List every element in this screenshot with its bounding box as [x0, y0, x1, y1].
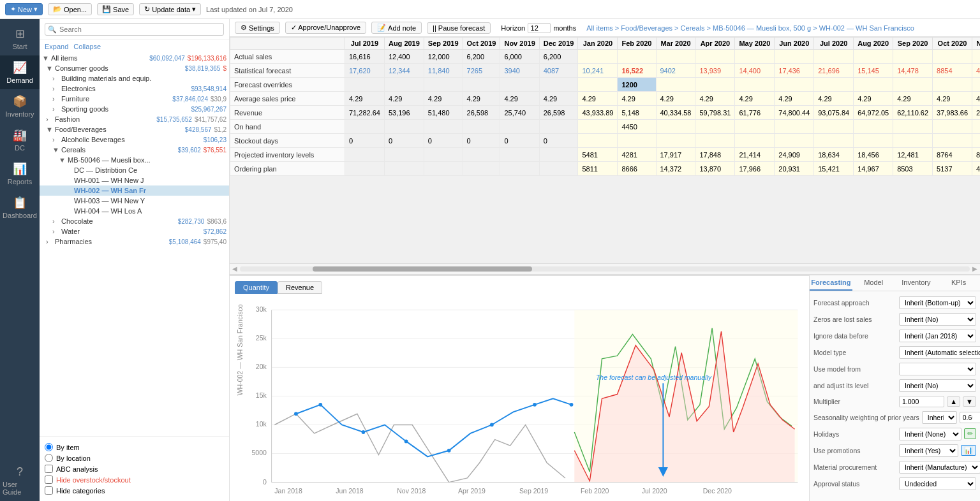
cell[interactable]: 4.29	[695, 92, 735, 106]
cell[interactable]	[656, 50, 695, 64]
cell[interactable]: 13,939	[695, 64, 735, 78]
cell[interactable]: 64,972.05	[854, 106, 893, 120]
approve-button[interactable]: ✓ Approve/Unapprove	[285, 22, 366, 34]
cell[interactable]: 4.29	[384, 92, 424, 106]
cell[interactable]: 18,456	[854, 148, 893, 162]
promotions-view-btn[interactable]: 📊	[961, 445, 976, 456]
cell[interactable]: 4.29	[893, 92, 933, 106]
cell[interactable]: 7265	[463, 64, 500, 78]
cell[interactable]	[618, 50, 656, 64]
input-seasonality-val[interactable]	[960, 412, 980, 423]
cell[interactable]: 17,620	[345, 64, 385, 78]
tree-item-pharmacies[interactable]: › Pharmacies $5,108,464 $975,40	[40, 236, 229, 247]
cell[interactable]	[384, 78, 424, 92]
cell[interactable]: 14,967	[854, 162, 893, 176]
cell[interactable]: 5137	[933, 162, 972, 176]
cell[interactable]: 5481	[578, 148, 618, 162]
cell[interactable]: 9402	[656, 64, 695, 78]
multiplier-up-btn[interactable]: ▲	[947, 396, 960, 407]
cell[interactable]: 4.29	[933, 92, 972, 106]
nav-dc[interactable]: 🏭 DC	[0, 123, 40, 157]
cell[interactable]	[735, 78, 775, 92]
cell[interactable]	[424, 78, 463, 92]
add-note-button[interactable]: 📝 Add note	[371, 22, 422, 34]
cell[interactable]: 4.29	[656, 92, 695, 106]
cell[interactable]: 71,282.64	[345, 106, 385, 120]
cell[interactable]: 26,598	[463, 106, 500, 120]
cell[interactable]: 0	[345, 134, 385, 148]
cell[interactable]: 4450	[618, 120, 656, 134]
cell[interactable]: 26,598	[539, 106, 578, 120]
cell[interactable]: 17,966	[735, 162, 775, 176]
cell[interactable]: 12,481	[893, 148, 933, 162]
tree-item-water[interactable]: › Water $72,862	[40, 226, 229, 236]
cell[interactable]	[735, 120, 775, 134]
cell[interactable]	[384, 120, 424, 134]
select-approval-status[interactable]: Undecided	[899, 477, 976, 490]
cell[interactable]: 6,000	[500, 50, 539, 64]
cell[interactable]	[814, 50, 854, 64]
cell[interactable]	[539, 78, 578, 92]
cell[interactable]: 4.29	[539, 92, 578, 106]
cell-override-feb20[interactable]: 1200	[618, 78, 656, 92]
tree-item-cereals[interactable]: ▼ Cereals $39,602 $76,551	[40, 145, 229, 155]
cell[interactable]: 15,421	[814, 162, 854, 176]
tree-item-dc-distrib[interactable]: DC — Distribtion Ce	[40, 165, 229, 175]
cell[interactable]	[500, 148, 539, 162]
cell[interactable]: 4.29	[578, 92, 618, 106]
tree-item-alc-bev[interactable]: › Alcoholic Beverages $106,23	[40, 134, 229, 145]
nav-inventory[interactable]: 📦 Inventory	[0, 89, 40, 123]
open-button[interactable]: 📂 Open...	[48, 3, 92, 15]
cell[interactable]	[539, 162, 578, 176]
pause-forecast-button[interactable]: || Pause forecast	[427, 22, 491, 34]
holidays-edit-btn[interactable]: ✏	[964, 428, 976, 439]
cell[interactable]	[578, 78, 618, 92]
select-promotions[interactable]: Inherit (Yes)	[899, 444, 958, 457]
cell[interactable]: 13,870	[695, 162, 735, 176]
cell[interactable]	[775, 120, 814, 134]
nav-reports[interactable]: 📊 Reports	[0, 157, 40, 191]
cell[interactable]: 4.29	[463, 92, 500, 106]
cell[interactable]: 17,436	[775, 64, 814, 78]
cell[interactable]	[463, 162, 500, 176]
cell[interactable]: 4.29	[972, 92, 981, 106]
collapse-button[interactable]: Collapse	[73, 43, 101, 50]
cell[interactable]	[814, 134, 854, 148]
tab-revenue[interactable]: Revenue	[278, 281, 322, 294]
cell[interactable]: 4786	[972, 64, 981, 78]
cell[interactable]: 14,478	[893, 64, 933, 78]
tree-item-chocolate[interactable]: › Chocolate $282,730 $863,6	[40, 216, 229, 226]
cell[interactable]: 14,372	[656, 162, 695, 176]
cell[interactable]	[463, 120, 500, 134]
cell[interactable]: 12,400	[384, 50, 424, 64]
cell[interactable]: 74,800.44	[775, 106, 814, 120]
cell[interactable]: 5,148	[618, 106, 656, 120]
cell[interactable]	[854, 134, 893, 148]
select-model-type[interactable]: Inherit (Automatic selection)	[899, 346, 980, 359]
cell[interactable]	[463, 148, 500, 162]
cell[interactable]	[893, 78, 933, 92]
cell[interactable]	[854, 120, 893, 134]
tree-item-mb50046[interactable]: ▼ MB-50046 — Muesli box...	[40, 155, 229, 165]
cell[interactable]	[500, 162, 539, 176]
tree-item-food-bev[interactable]: ▼ Food/Beverages $428,567 $1,2	[40, 124, 229, 134]
cell[interactable]: 61,776	[735, 106, 775, 120]
cell[interactable]: 4.29	[345, 92, 385, 106]
cell[interactable]	[933, 50, 972, 64]
select-adjust-level[interactable]: Inherit (No)	[899, 379, 976, 392]
cell[interactable]: 53,196	[384, 106, 424, 120]
cell[interactable]: 10,241	[578, 64, 618, 78]
cell[interactable]	[345, 120, 385, 134]
tree-item-wh001[interactable]: WH-001 — WH New J	[40, 175, 229, 185]
expand-button[interactable]: Expand	[45, 43, 68, 50]
cell[interactable]	[972, 78, 981, 92]
cell[interactable]	[893, 120, 933, 134]
cell[interactable]: 0	[500, 134, 539, 148]
cell[interactable]: 51,480	[424, 106, 463, 120]
cell[interactable]: 4724	[972, 162, 981, 176]
select-ignore-before[interactable]: Inherit (Jan 2018)	[899, 330, 976, 342]
cell[interactable]	[500, 120, 539, 134]
horizon-input[interactable]	[528, 23, 551, 33]
cell[interactable]: 6,200	[463, 50, 500, 64]
cell[interactable]	[695, 134, 735, 148]
